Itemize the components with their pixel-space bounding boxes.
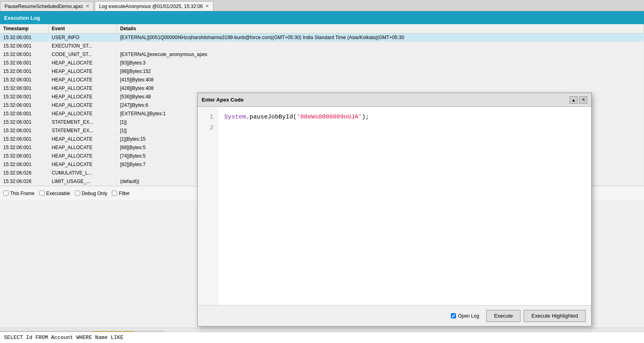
cell-details: [EXTERNAL]|execute_anonymous_apex <box>117 50 644 59</box>
cell-timestamp: 15:32:06:001 <box>0 76 48 84</box>
debug-only-checkbox[interactable] <box>75 191 80 196</box>
cell-event: LIMIT_USAGE_... <box>48 177 117 186</box>
cell-details: [98]|Bytes:152 <box>117 67 644 76</box>
open-paren: ( <box>293 114 297 121</box>
table-row[interactable]: 15:32:06:001HEAP_ALLOCATE[93]|Bytes:3 <box>0 59 644 67</box>
cell-timestamp: 15:32:06:001 <box>0 110 48 118</box>
cell-event: HEAP_ALLOCATE <box>48 59 117 67</box>
cell-event: STATEMENT_EX... <box>48 118 117 127</box>
cell-details: [EXTERNAL]|0051Q00000f4Hzo|harshitsharma… <box>117 33 644 42</box>
cell-timestamp: 15:32:06:001 <box>0 160 48 169</box>
code-line-2 <box>224 123 585 133</box>
keyword-system: System <box>224 114 246 121</box>
open-log-checkbox-label[interactable]: Open Log <box>451 313 479 319</box>
cell-event: HEAP_ALLOCATE <box>48 76 117 84</box>
filter-filter[interactable]: Filter <box>112 191 130 196</box>
table-row[interactable]: 15:32:06:001HEAP_ALLOCATE[415]|Bytes:408 <box>0 76 644 84</box>
cell-event: HEAP_ALLOCATE <box>48 93 117 101</box>
cell-event: HEAP_ALLOCATE <box>48 152 117 160</box>
tabs-bar: PauseResumeScheduledDemo.apxc ✕ Log exec… <box>0 0 644 11</box>
apex-modal-controls: ▲ ✕ <box>570 96 587 104</box>
code-line-1: System.pauseJobById('08eWs0000009nUJA'); <box>224 112 585 123</box>
cell-timestamp: 15:32:06:001 <box>0 101 48 110</box>
table-row[interactable]: 15:32:06:001USER_INFO[EXTERNAL]|0051Q000… <box>0 33 644 42</box>
table-row[interactable]: 15:32:06:001HEAP_ALLOCATE[98]|Bytes:152 <box>0 67 644 76</box>
tab-apxc-close[interactable]: ✕ <box>86 4 89 9</box>
table-row[interactable]: 15:32:06:001HEAP_ALLOCATE[428]|Bytes:408 <box>0 84 644 93</box>
cell-timestamp: 15:32:06:026 <box>0 169 48 177</box>
line-number-2: 2 <box>202 123 213 133</box>
filter-checkbox[interactable] <box>112 191 117 196</box>
execution-log-title: Execution Log <box>4 15 40 21</box>
executable-filter[interactable]: Executable <box>39 191 70 196</box>
apex-modal: Enter Apex Code ▲ ✕ 1 2 System.pauseJobB… <box>197 93 592 326</box>
dot: . <box>246 114 250 121</box>
tab-apxc[interactable]: PauseResumeScheduledDemo.apxc ✕ <box>0 1 94 11</box>
apex-code-area[interactable]: 1 2 System.pauseJobById('08eWs0000009nUJ… <box>198 107 591 305</box>
table-row[interactable]: 15:32:06:001CODE_UNIT_ST...[EXTERNAL]|ex… <box>0 50 644 59</box>
tab-log-label: Log executeAnonymous @01/01/2025, 15:32:… <box>99 4 203 9</box>
cell-event: HEAP_ALLOCATE <box>48 84 117 93</box>
tab-apxc-label: PauseResumeScheduledDemo.apxc <box>4 4 83 9</box>
filter-label: Filter <box>119 191 130 196</box>
open-log-label: Open Log <box>458 313 479 319</box>
cell-event: USER_INFO <box>48 33 117 42</box>
line-numbers: 1 2 <box>198 107 218 305</box>
apex-modal-close[interactable]: ✕ <box>579 96 587 104</box>
execute-highlighted-button[interactable]: Execute Highlighted <box>524 310 586 322</box>
this-frame-checkbox[interactable] <box>3 191 8 196</box>
executable-checkbox[interactable] <box>39 191 45 196</box>
sql-text: SELECT Id FROM Account WHERE Name LIKE <box>4 335 123 341</box>
tab-log[interactable]: Log executeAnonymous @01/01/2025, 15:32:… <box>95 1 213 11</box>
executable-label: Executable <box>46 191 70 196</box>
cell-timestamp: 15:32:06:001 <box>0 135 48 143</box>
this-frame-label: This Frame <box>10 191 35 196</box>
this-frame-filter[interactable]: This Frame <box>3 191 35 196</box>
cell-timestamp: 15:32:06:001 <box>0 143 48 152</box>
cell-timestamp: 15:32:06:001 <box>0 84 48 93</box>
cell-timestamp: 15:32:06:001 <box>0 118 48 127</box>
debug-only-filter[interactable]: Debug Only <box>75 191 107 196</box>
cell-timestamp: 15:32:06:001 <box>0 93 48 101</box>
cell-timestamp: 15:32:06:001 <box>0 42 48 50</box>
table-row[interactable]: 15:32:06:001EXECUTION_ST... <box>0 42 644 50</box>
cell-timestamp: 15:32:06:001 <box>0 33 48 42</box>
line-number-1: 1 <box>202 112 213 123</box>
col-header-details: Details <box>117 24 644 33</box>
cell-event: CUMULATIVE_L... <box>48 169 117 177</box>
debug-only-label: Debug Only <box>82 191 107 196</box>
open-log-checkbox[interactable] <box>451 313 456 318</box>
cell-event: HEAP_ALLOCATE <box>48 143 117 152</box>
cell-details: [428]|Bytes:408 <box>117 84 644 93</box>
col-header-event: Event <box>48 24 117 33</box>
cell-timestamp: 15:32:06:001 <box>0 67 48 76</box>
tab-log-close[interactable]: ✕ <box>205 4 209 9</box>
execution-log-header: Execution Log <box>0 11 644 24</box>
cell-details: [93]|Bytes:3 <box>117 59 644 67</box>
close-paren: ); <box>362 114 369 121</box>
cell-details <box>117 42 644 50</box>
cell-event: STATEMENT_EX... <box>48 127 117 135</box>
method-name: pauseJobById <box>250 114 293 121</box>
col-header-timestamp: Timestamp <box>0 24 48 33</box>
string-val: '08eWs0000009nUJA' <box>297 114 362 121</box>
cell-event: HEAP_ALLOCATE <box>48 160 117 169</box>
cell-timestamp: 15:32:06:001 <box>0 127 48 135</box>
sql-bar: SELECT Id FROM Account WHERE Name LIKE <box>0 332 644 343</box>
cell-timestamp: 15:32:06:001 <box>0 50 48 59</box>
apex-modal-header: Enter Apex Code ▲ ✕ <box>198 93 591 107</box>
cell-details: [415]|Bytes:408 <box>117 76 644 84</box>
table-header-row: Timestamp Event Details <box>0 24 644 33</box>
cell-event: HEAP_ALLOCATE <box>48 67 117 76</box>
execute-button[interactable]: Execute <box>486 310 520 322</box>
apex-modal-maximize[interactable]: ▲ <box>570 96 578 104</box>
cell-event: HEAP_ALLOCATE <box>48 101 117 110</box>
cell-event: HEAP_ALLOCATE <box>48 110 117 118</box>
cell-timestamp: 15:32:06:001 <box>0 152 48 160</box>
cell-event: EXECUTION_ST... <box>48 42 117 50</box>
cell-timestamp: 15:32:06:001 <box>0 59 48 67</box>
cell-event: HEAP_ALLOCATE <box>48 135 117 143</box>
apex-modal-footer: Open Log Execute Execute Highlighted <box>198 305 591 326</box>
apex-modal-title: Enter Apex Code <box>202 97 244 103</box>
code-content[interactable]: System.pauseJobById('08eWs0000009nUJA'); <box>218 107 591 305</box>
